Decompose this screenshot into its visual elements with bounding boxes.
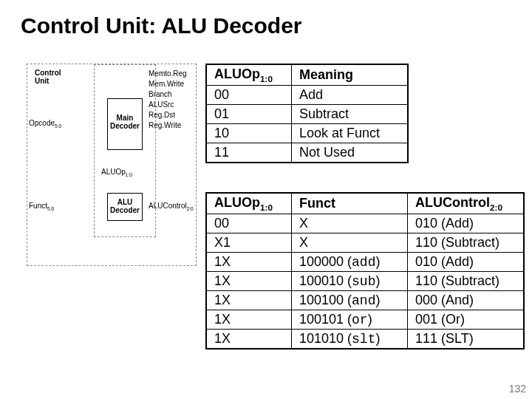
table-cell: 100100 (and) [292,290,408,310]
table-cell: 1X [206,310,292,329]
signal-memtoreg: Memto.Reg [149,69,187,79]
decoder-signals: Memto.Reg Mem.Write Branch ALUSrc Reg.Ds… [149,69,187,131]
table-cell: X [292,233,408,252]
control-unit-label: Control Unit [35,69,61,85]
table-cell: Not Used [292,143,409,163]
table-cell: 1X [206,271,292,290]
control-unit-diagram: Control Unit Main Decoder ALU Decoder Op… [27,64,197,266]
t1-h2: Meaning [292,64,409,85]
table-cell: 11 [206,143,292,163]
page-number: 132 [509,383,526,395]
alu-decoder-box: ALU Decoder [107,193,143,221]
table-cell: 00 [206,214,292,233]
table-cell: 1X [206,252,292,271]
table-cell: 001 (Or) [408,310,525,329]
table-cell: 111 (SLT) [408,329,525,349]
table-cell: 101010 (slt) [292,329,408,349]
t2-h3: ALUControl2:0 [408,193,525,214]
table-cell: 110 (Subtract) [408,233,525,252]
aluop-funct-table: ALUOp1:0 Funct ALUControl2:0 00X010 (Add… [205,192,525,349]
opcode-label: Opcode5:0 [29,119,61,129]
page-title: Control Unit: ALU Decoder [21,13,302,38]
signal-regdst: Reg.Dst [149,110,187,120]
signal-memwrite: Mem.Write [149,79,187,89]
table-cell: 100101 (or) [292,310,408,329]
table-cell: 010 (Add) [408,252,525,271]
t2-h2: Funct [292,193,408,214]
table-cell: X [292,214,408,233]
signal-regwrite: Reg.Write [149,120,187,131]
table-cell: Subtract [292,104,409,123]
funct-label: Funct5:0 [29,202,54,211]
table-cell: Add [292,85,409,104]
table-cell: 10 [206,123,292,143]
table-cell: 100010 (sub) [292,271,408,290]
table-cell: 010 (Add) [408,214,525,233]
table-cell: 000 (And) [408,290,525,310]
table-cell: X1 [206,233,292,252]
table-cell: Look at Funct [292,123,409,143]
table-cell: 110 (Subtract) [408,271,525,290]
signal-alusrc: ALUSrc [149,100,187,110]
aluctrl-label: ALUControl2:0 [149,202,194,211]
table-cell: 100000 (add) [292,252,408,271]
aluop-meaning-table: ALUOp1:0 Meaning 00Add 01Subtract 10Look… [205,64,409,163]
table-cell: 00 [206,85,292,104]
t1-h1: ALUOp1:0 [206,64,292,85]
main-decoder-box: Main Decoder [107,98,143,150]
table-cell: 1X [206,290,292,310]
signal-branch: Branch [149,89,187,100]
t2-h1: ALUOp1:0 [206,193,292,214]
table-cell: 01 [206,104,292,123]
aluop-label: ALUOp1:0 [101,168,132,177]
table-cell: 1X [206,329,292,349]
